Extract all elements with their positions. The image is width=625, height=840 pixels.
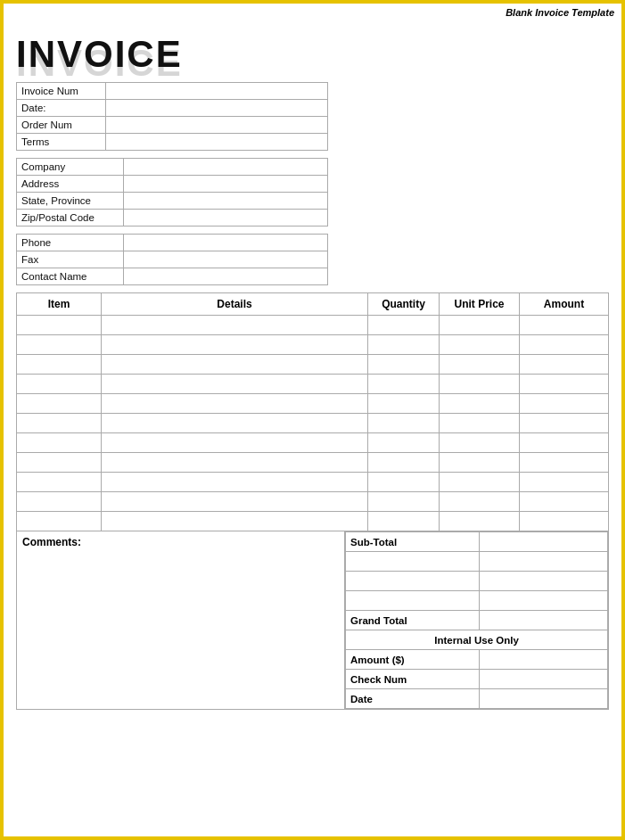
cell-r1-c0[interactable] <box>17 335 102 355</box>
cell-r3-c3[interactable] <box>440 375 520 394</box>
grand-total-row: Grand Total <box>346 611 608 630</box>
cell-r9-c2[interactable] <box>368 492 440 512</box>
cell-r3-c0[interactable] <box>17 375 102 394</box>
grand-total-label: Grand Total <box>346 611 480 630</box>
terms-value[interactable] <box>106 134 327 150</box>
cell-r2-c2[interactable] <box>368 355 440 375</box>
zip-label: Zip/Postal Code <box>17 210 124 226</box>
totals-area: Sub-Total <box>345 531 608 709</box>
cell-r0-c3[interactable] <box>440 316 520 335</box>
cell-r5-c0[interactable] <box>17 414 102 433</box>
cell-r1-c2[interactable] <box>368 335 440 355</box>
company-value[interactable] <box>124 159 327 175</box>
cell-r10-c1[interactable] <box>102 512 368 531</box>
cell-r8-c3[interactable] <box>440 473 520 492</box>
cell-r9-c3[interactable] <box>440 492 520 512</box>
invoice-title: INVOICE <box>16 36 609 73</box>
cell-r6-c4[interactable] <box>520 433 609 453</box>
contact-name-value[interactable] <box>124 268 327 284</box>
cell-r6-c1[interactable] <box>102 433 368 453</box>
address-row: Address <box>17 176 327 193</box>
cell-r10-c0[interactable] <box>17 512 102 531</box>
cell-r3-c1[interactable] <box>102 375 368 394</box>
cell-r0-c0[interactable] <box>17 316 102 335</box>
zip-value[interactable] <box>124 210 327 226</box>
cell-r7-c1[interactable] <box>102 453 368 473</box>
contact-info-section: Phone Fax Contact Name <box>16 234 328 285</box>
cell-r9-c4[interactable] <box>520 492 609 512</box>
subtotal-value[interactable] <box>479 532 607 552</box>
state-value[interactable] <box>124 193 327 209</box>
check-num-value[interactable] <box>479 670 607 689</box>
cell-r2-c3[interactable] <box>440 355 520 375</box>
invoice-num-label: Invoice Num <box>17 83 106 99</box>
totals-date-value[interactable] <box>479 689 607 709</box>
cell-r7-c0[interactable] <box>17 453 102 473</box>
cell-r5-c3[interactable] <box>440 414 520 433</box>
table-row <box>17 453 609 473</box>
cell-r10-c4[interactable] <box>520 512 609 531</box>
cell-r5-c4[interactable] <box>520 414 609 433</box>
subtotal-row: Sub-Total <box>346 532 608 552</box>
cell-r4-c2[interactable] <box>368 394 440 414</box>
table-row <box>17 316 609 335</box>
zip-row: Zip/Postal Code <box>17 210 327 226</box>
cell-r0-c2[interactable] <box>368 316 440 335</box>
extra-row-2 <box>346 572 608 591</box>
cell-r3-c4[interactable] <box>520 375 609 394</box>
cell-r2-c0[interactable] <box>17 355 102 375</box>
cell-r0-c4[interactable] <box>520 316 609 335</box>
order-num-value[interactable] <box>106 117 327 133</box>
col-item-header: Item <box>17 293 102 316</box>
table-row <box>17 492 609 512</box>
extra-value-1[interactable] <box>479 552 607 572</box>
cell-r6-c3[interactable] <box>440 433 520 453</box>
cell-r4-c0[interactable] <box>17 394 102 414</box>
grand-total-value[interactable] <box>479 611 607 630</box>
cell-r9-c0[interactable] <box>17 492 102 512</box>
phone-value[interactable] <box>124 235 327 251</box>
cell-r8-c2[interactable] <box>368 473 440 492</box>
cell-r3-c2[interactable] <box>368 375 440 394</box>
cell-r10-c2[interactable] <box>368 512 440 531</box>
amount-value[interactable] <box>479 650 607 670</box>
fax-value[interactable] <box>124 251 327 268</box>
cell-r7-c2[interactable] <box>368 453 440 473</box>
subtotal-label: Sub-Total <box>346 532 480 552</box>
cell-r1-c1[interactable] <box>102 335 368 355</box>
company-row: Company <box>17 159 327 176</box>
cell-r2-c1[interactable] <box>102 355 368 375</box>
cell-r5-c1[interactable] <box>102 414 368 433</box>
cell-r4-c3[interactable] <box>440 394 520 414</box>
cell-r7-c3[interactable] <box>440 453 520 473</box>
cell-r8-c4[interactable] <box>520 473 609 492</box>
extra-value-2[interactable] <box>479 572 607 591</box>
table-row <box>17 433 609 453</box>
comments-area[interactable]: Comments: <box>17 531 345 709</box>
extra-label-2 <box>346 572 480 591</box>
cell-r6-c2[interactable] <box>368 433 440 453</box>
address-value[interactable] <box>124 176 327 192</box>
table-row <box>17 394 609 414</box>
check-num-row: Check Num <box>346 670 608 689</box>
cell-r2-c4[interactable] <box>520 355 609 375</box>
cell-r6-c0[interactable] <box>17 433 102 453</box>
cell-r8-c0[interactable] <box>17 473 102 492</box>
date-value[interactable] <box>106 100 327 116</box>
cell-r5-c2[interactable] <box>368 414 440 433</box>
cell-r9-c1[interactable] <box>102 492 368 512</box>
phone-row: Phone <box>17 235 327 251</box>
cell-r8-c1[interactable] <box>102 473 368 492</box>
cell-r7-c4[interactable] <box>520 453 609 473</box>
cell-r1-c4[interactable] <box>520 335 609 355</box>
cell-r0-c1[interactable] <box>102 316 368 335</box>
cell-r1-c3[interactable] <box>440 335 520 355</box>
extra-value-3[interactable] <box>479 591 607 611</box>
cell-r10-c3[interactable] <box>440 512 520 531</box>
order-num-label: Order Num <box>17 117 106 133</box>
invoice-num-value[interactable] <box>106 83 327 99</box>
cell-r4-c4[interactable] <box>520 394 609 414</box>
date-row: Date: <box>17 100 327 117</box>
order-num-row: Order Num <box>17 117 327 134</box>
cell-r4-c1[interactable] <box>102 394 368 414</box>
